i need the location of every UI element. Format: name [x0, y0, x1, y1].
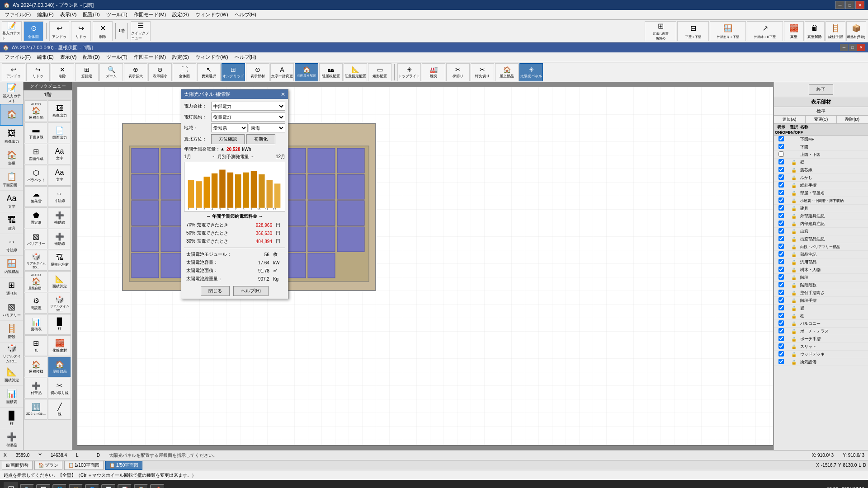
dp-add-btn[interactable]: 追加(A)	[774, 116, 806, 123]
quick-nocloud[interactable]: ☁ 無落雪	[24, 186, 47, 207]
canvas-area[interactable]: 太陽光パネル 補情報 ✕ 電力会社： 中部電力 電灯契約： 従量電灯	[72, 82, 868, 450]
sidebar-tsuji[interactable]: ⊞ 通り芯	[0, 277, 23, 299]
dp-row-floor[interactable]: 下図	[774, 143, 868, 151]
btn-redo[interactable]: ↪ リドゥ	[71, 21, 91, 41]
sidebar-construction[interactable]: 🏗 建具	[0, 212, 23, 234]
quick-support2[interactable]: ➕ 補助線	[48, 229, 71, 249]
inner-menu-settings[interactable]: 設定(S)	[170, 53, 192, 61]
dp-row-bay[interactable]: 🔒 出窓	[774, 228, 868, 235]
dp-row-stairs-count[interactable]: 🔒 階段段数	[774, 282, 868, 289]
dp-check-porch[interactable]	[778, 328, 784, 333]
btn-input-test[interactable]: 📝 基入力テスト	[2, 21, 22, 41]
dp-check-stairs-count[interactable]	[778, 282, 784, 287]
btn-quick-menu[interactable]: ☰ クイックメニュー	[131, 21, 151, 41]
dp-check-balcony[interactable]	[778, 320, 784, 326]
dp-delete-btn[interactable]: 削除(D)	[837, 116, 868, 123]
sidebar-text[interactable]: Aa 文字	[0, 191, 23, 212]
btn-redo2[interactable]: ↪ リドゥ	[26, 63, 50, 81]
dp-row-stairs2[interactable]: 🔒 階段	[774, 274, 868, 282]
reset-btn[interactable]: 初期化	[246, 134, 275, 144]
menu-view[interactable]: 表示(V)	[57, 10, 80, 19]
dp-check-stair-handrail[interactable]	[778, 297, 784, 303]
dp-check-upper-floor[interactable]	[778, 151, 784, 157]
quick-cut-line[interactable]: ✂ 切の取り線	[48, 378, 71, 399]
btn-ongrid[interactable]: ⊞ オングリッド	[222, 63, 245, 81]
quick-2dsymbol[interactable]: 🔣 2Dシンボル...	[24, 399, 47, 420]
dp-row-ext-fixtures[interactable]: 🔒 外部建具注記	[774, 212, 868, 220]
btn-full-view[interactable]: ⊙ 全体図	[24, 21, 43, 41]
region-select[interactable]: 愛知県	[211, 123, 248, 132]
taskbar-app4-btn[interactable]: 📌	[150, 484, 165, 488]
quick-support[interactable]: ➕ 補助線	[48, 207, 71, 228]
quick-area-calc[interactable]: 📐 面積算定	[48, 271, 71, 292]
btn-rect-place[interactable]: ▭ 矩形配置	[368, 63, 392, 81]
windows-start-btn[interactable]: ⊞	[4, 482, 18, 488]
dp-check-wall[interactable]	[778, 159, 784, 164]
btn-delete[interactable]: ✕ 削除	[93, 21, 113, 41]
tab-plan-100[interactable]: 📋 1/100平面図	[64, 461, 104, 470]
dp-row-int-fixtures[interactable]: 🔒 内部建具注記	[774, 220, 868, 228]
quick-text[interactable]: Aa 文字	[48, 144, 71, 164]
dp-row-parts-note[interactable]: 🔒 部品注記	[774, 251, 868, 258]
sidebar-flatplan[interactable]: 📋 平面図図...	[0, 169, 23, 191]
sidebar-floor-plan[interactable]: 🏠	[0, 104, 23, 126]
inner-menu-window[interactable]: ウィンドウ(W)	[193, 53, 231, 61]
dp-check-porch-handrail[interactable]	[778, 336, 784, 341]
sidebar-interior[interactable]: 🪟 内観部品	[0, 256, 23, 277]
menu-tools[interactable]: ツール(T)	[104, 10, 130, 19]
dp-row-deck[interactable]: 🔒 ウッドデッキ	[774, 351, 868, 358]
dp-check-bay[interactable]	[778, 228, 784, 234]
menu-help[interactable]: ヘルプ(H)	[232, 10, 259, 19]
dp-row-handrail[interactable]: 🔒 繰桂手摺	[774, 182, 868, 189]
inner-menu-edit[interactable]: 編集(E)	[34, 53, 57, 61]
inner-maximize-btn[interactable]: □	[849, 44, 857, 51]
dp-row-stair-handrail[interactable]: 🔒 階段手摺	[774, 297, 868, 305]
dp-check-handrail[interactable]	[778, 182, 784, 188]
inner-minimize-btn[interactable]: ─	[840, 44, 848, 51]
minimize-btn[interactable]: ─	[835, 1, 844, 9]
dp-check-wall-handrail[interactable]	[778, 290, 784, 295]
dp-check-attic[interactable]	[778, 197, 784, 203]
help-dialog-btn[interactable]: ヘルプ(H)	[233, 286, 269, 296]
quick-valley[interactable]: ▧ バリアリー	[24, 229, 47, 249]
taskbar-chrome-btn[interactable]: 🔵	[85, 484, 99, 488]
quick-down-wall[interactable]: ▬ 下書き線	[24, 122, 47, 143]
btn-protrude[interactable]: ⊞ 瓦出し配置角矩め	[645, 21, 676, 41]
sidebar-realtime3d[interactable]: 🎲 リアルタイム3D...	[0, 343, 23, 364]
taskbar-app2-btn[interactable]: 📝	[118, 484, 132, 488]
quick-draw-out[interactable]: 📄 図面出力	[48, 122, 71, 143]
btn-toplight[interactable]: ☀ トップライト	[397, 63, 421, 81]
menu-settings[interactable]: 設定(S)	[170, 10, 192, 19]
btn-del2[interactable]: ✕ 削除	[51, 63, 74, 81]
dp-check-pillar2[interactable]	[778, 313, 784, 318]
quick-roof-exterior[interactable]: 🏗 屋根化粧材	[48, 250, 71, 271]
dp-row-tatami[interactable]: 🔒 畳	[774, 305, 868, 312]
inner-menu-arrange[interactable]: 配置(D)	[80, 53, 102, 61]
inner-menu-help[interactable]: ヘルプ(H)	[232, 53, 259, 61]
finish-btn[interactable]: 終了	[809, 84, 833, 95]
btn-solar-panel[interactable]: ☀ 太陽光パネル	[519, 63, 543, 81]
dp-row-upper-floor[interactable]: 上図・下図	[774, 151, 868, 159]
dp-row-ventilation[interactable]: 🔒 換気設備	[774, 358, 868, 366]
quick-add-parts[interactable]: ➕ 付帯品	[24, 378, 47, 399]
dp-row-wall[interactable]: 🔒 壁	[774, 159, 868, 166]
dp-check-plants[interactable]	[778, 267, 784, 272]
quick-tile[interactable]: ⊞ 瓦	[24, 335, 47, 356]
btn-full2[interactable]: ⛶ 全体図	[173, 63, 196, 81]
inner-menu-draw-mode[interactable]: 作図モード(M)	[131, 53, 169, 61]
sidebar-barrier[interactable]: ▧ バリアリー	[0, 299, 23, 321]
dp-change-btn[interactable]: 変更(C)	[806, 116, 837, 123]
btn-handrail[interactable]: 🪜 繰桂手摺	[826, 21, 845, 41]
close-btn[interactable]: ✕	[855, 1, 864, 9]
inner-close-btn[interactable]: ✕	[857, 44, 865, 51]
btn-display2[interactable]: ⊙ 表示部材	[246, 63, 269, 81]
menu-edit[interactable]: 編集(E)	[34, 10, 57, 19]
tab-plan[interactable]: 🏠 プラン	[34, 461, 62, 470]
quick-realtime3d2[interactable]: 🎲 リアルタイム3D...	[48, 293, 71, 314]
dp-check-ventilation[interactable]	[778, 359, 784, 364]
taskbar-explorer-btn[interactable]: 📁	[69, 484, 83, 488]
dp-row-interior[interactable]: 🔒 内観・バリアフリー部品	[774, 243, 868, 251]
inner-menu-view[interactable]: 表示(V)	[57, 53, 80, 61]
btn-roof-auto-place[interactable]: 🏠 勾配屋根配置	[295, 63, 318, 81]
quick-room-setup[interactable]: ⚙ 間設定	[24, 293, 47, 314]
